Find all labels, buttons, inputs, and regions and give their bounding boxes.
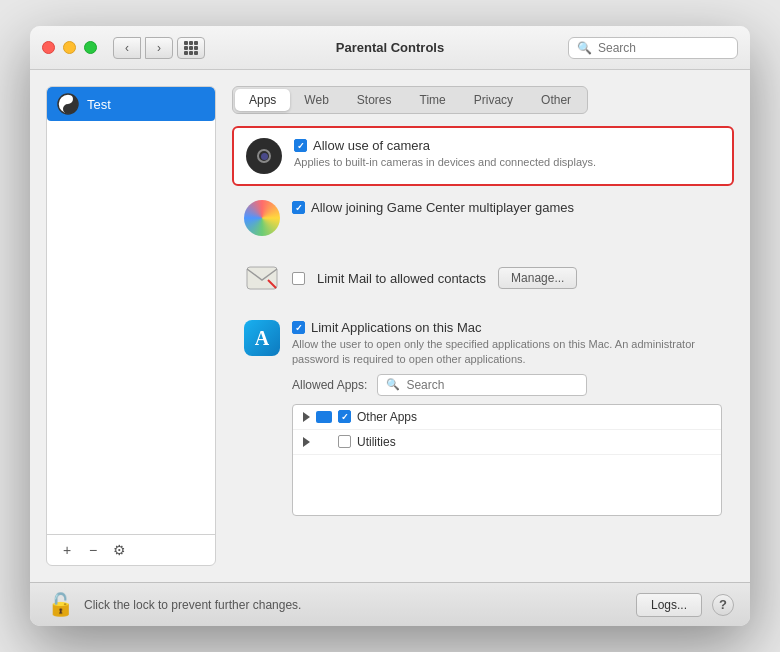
gamecenter-setting-row: Allow joining Game Center multiplayer ga… <box>232 190 734 246</box>
limit-apps-setting-header: Limit Applications on this Mac <box>292 320 722 335</box>
bottom-bar: 🔓 Click the lock to prevent further chan… <box>30 582 750 626</box>
camera-setting-desc: Applies to built-in cameras in devices a… <box>294 155 720 170</box>
limit-apps-checkbox[interactable] <box>292 321 305 334</box>
apps-list-empty-area <box>293 455 721 515</box>
sidebar-user-label: Test <box>87 97 111 112</box>
allowed-search-input[interactable] <box>406 378 578 392</box>
camera-checkbox[interactable] <box>294 139 307 152</box>
camera-setting-row: Allow use of camera Applies to built-in … <box>232 126 734 186</box>
sidebar: Test + − ⚙ <box>46 86 216 566</box>
lock-button[interactable]: 🔓 <box>46 591 74 619</box>
mail-checkbox[interactable] <box>292 272 305 285</box>
search-bar[interactable]: 🔍 <box>568 37 738 59</box>
list-item-other-apps: Other Apps <box>293 405 721 430</box>
expand-utilities-icon[interactable] <box>303 437 310 447</box>
other-apps-checkbox[interactable] <box>338 410 351 423</box>
sidebar-controls: + − ⚙ <box>47 534 215 565</box>
utilities-checkbox[interactable] <box>338 435 351 448</box>
expand-other-apps-icon[interactable] <box>303 412 310 422</box>
sidebar-item-test[interactable]: Test <box>47 87 215 121</box>
forward-button[interactable]: › <box>145 37 173 59</box>
camera-setting-header: Allow use of camera <box>294 138 720 153</box>
limit-apps-header: A Limit Applications on this Mac Allow t… <box>244 320 722 368</box>
settings-panel: Allow use of camera Applies to built-in … <box>232 126 734 566</box>
gamecenter-setting-title: Allow joining Game Center multiplayer ga… <box>311 200 574 215</box>
sidebar-list: Test <box>47 87 215 534</box>
svg-point-1 <box>66 97 70 101</box>
allowed-search-icon: 🔍 <box>386 378 400 391</box>
tab-stores[interactable]: Stores <box>343 89 406 111</box>
camera-setting-content: Allow use of camera Applies to built-in … <box>294 138 720 170</box>
close-button[interactable] <box>42 41 55 54</box>
allowed-apps-label: Allowed Apps: <box>292 378 367 392</box>
grid-button[interactable] <box>177 37 205 59</box>
lock-icon: 🔓 <box>47 592 74 618</box>
minimize-button[interactable] <box>63 41 76 54</box>
allowed-apps-search[interactable]: 🔍 <box>377 374 587 396</box>
list-item-utilities: Utilities <box>293 430 721 455</box>
tab-time[interactable]: Time <box>406 89 460 111</box>
limit-apps-title: Limit Applications on this Mac <box>311 320 482 335</box>
gamecenter-icon <box>244 200 280 236</box>
svg-point-2 <box>66 107 70 111</box>
limit-apps-content: Limit Applications on this Mac Allow the… <box>292 320 722 368</box>
lock-text: Click the lock to prevent further change… <box>84 598 626 612</box>
back-button[interactable]: ‹ <box>113 37 141 59</box>
appstore-icon: A <box>244 320 280 356</box>
tab-web[interactable]: Web <box>290 89 342 111</box>
tab-other[interactable]: Other <box>527 89 585 111</box>
manage-button[interactable]: Manage... <box>498 267 577 289</box>
mail-setting-title: Limit Mail to allowed contacts <box>317 271 486 286</box>
limit-apps-desc: Allow the user to open only the specifie… <box>292 337 722 368</box>
gamecenter-setting-header: Allow joining Game Center multiplayer ga… <box>292 200 722 215</box>
traffic-lights <box>42 41 97 54</box>
logs-button[interactable]: Logs... <box>636 593 702 617</box>
search-input[interactable] <box>598 41 729 55</box>
allowed-apps-area: Allowed Apps: 🔍 Other Apps <box>292 374 722 516</box>
utilities-label: Utilities <box>357 435 396 449</box>
camera-icon <box>246 138 282 174</box>
limit-apps-section: A Limit Applications on this Mac Allow t… <box>232 310 734 526</box>
main-panel: Apps Web Stores Time Privacy Other <box>232 86 734 566</box>
search-icon: 🔍 <box>577 41 592 55</box>
folder-icon <box>316 411 332 423</box>
add-user-button[interactable]: + <box>55 539 79 561</box>
window: ‹ › Parental Controls 🔍 <box>30 26 750 626</box>
mail-icon <box>244 260 280 296</box>
allowed-apps-row: Allowed Apps: 🔍 <box>292 374 722 396</box>
tab-privacy[interactable]: Privacy <box>460 89 527 111</box>
remove-user-button[interactable]: − <box>81 539 105 561</box>
tabs: Apps Web Stores Time Privacy Other <box>232 86 588 114</box>
tab-apps[interactable]: Apps <box>235 89 290 111</box>
nav-buttons: ‹ › <box>113 37 173 59</box>
help-button[interactable]: ? <box>712 594 734 616</box>
yin-yang-icon <box>57 93 79 115</box>
camera-setting-title: Allow use of camera <box>313 138 430 153</box>
apps-list-box: Other Apps Utilities <box>292 404 722 516</box>
mail-setting-row: Limit Mail to allowed contacts Manage... <box>232 250 734 306</box>
window-title: Parental Controls <box>336 40 444 55</box>
gamecenter-setting-content: Allow joining Game Center multiplayer ga… <box>292 200 722 215</box>
gear-button[interactable]: ⚙ <box>107 539 131 561</box>
content-area: Test + − ⚙ Apps Web Stores Time Privacy … <box>30 70 750 582</box>
gamecenter-checkbox[interactable] <box>292 201 305 214</box>
other-apps-label: Other Apps <box>357 410 417 424</box>
maximize-button[interactable] <box>84 41 97 54</box>
title-bar: ‹ › Parental Controls 🔍 <box>30 26 750 70</box>
